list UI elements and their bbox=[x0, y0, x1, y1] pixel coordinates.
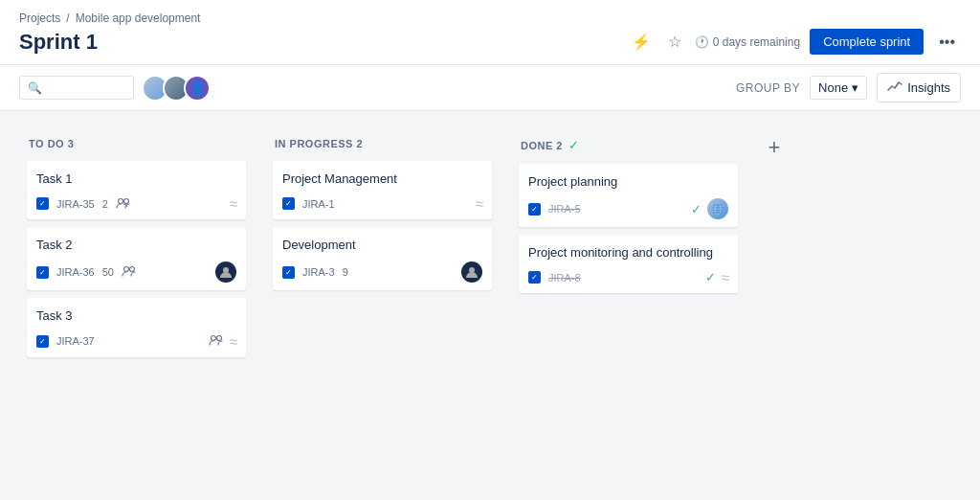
board: TO DO 3 Task 1 ✓ JIRA-35 2 bbox=[0, 111, 980, 388]
flow-icon-pm: ≈ bbox=[476, 195, 482, 212]
svg-point-5 bbox=[211, 335, 215, 340]
column-header-done: DONE 2 ✓ bbox=[519, 134, 738, 156]
card-footer-right-monitoring: ✓ ≈ bbox=[705, 269, 728, 285]
svg-point-6 bbox=[216, 335, 221, 340]
story-points-task2: 50 bbox=[102, 266, 114, 278]
people-icon-task1 bbox=[116, 196, 131, 212]
card-title-development: Development bbox=[282, 237, 482, 254]
group-by-select[interactable]: None ▾ bbox=[810, 76, 867, 100]
jira-id-monitoring: JIRA-8 bbox=[548, 272, 581, 284]
column-header-todo: TO DO 3 bbox=[27, 134, 246, 153]
card-footer-pm: ✓ JIRA-1 ≈ bbox=[282, 195, 482, 212]
card-footer-right-task2 bbox=[215, 261, 236, 283]
column-header-inprogress: IN PROGRESS 2 bbox=[273, 134, 492, 153]
clock-icon: 🕐 bbox=[695, 35, 709, 49]
card-task3[interactable]: Task 3 ✓ JIRA-37 ≈ bbox=[27, 298, 246, 356]
card-title-monitoring: Project monitoring and controlling bbox=[528, 244, 728, 261]
done-check-icon: ✓ bbox=[568, 138, 579, 152]
jira-checkbox-planning: ✓ bbox=[528, 203, 541, 216]
group-by-label: GROUP BY bbox=[736, 81, 800, 95]
card-footer-left-monitoring: ✓ JIRA-8 bbox=[528, 271, 581, 284]
days-remaining-text: 0 days remaining bbox=[713, 35, 800, 49]
card-footer-right-dev bbox=[461, 261, 482, 283]
card-footer-left-task1: ✓ JIRA-35 2 bbox=[36, 196, 131, 212]
chevron-down-icon: ▾ bbox=[852, 80, 858, 95]
jira-checkbox-pm: ✓ bbox=[282, 197, 295, 210]
page-header: Projects / Mobile app development Sprint… bbox=[0, 0, 980, 65]
star-button[interactable]: ☆ bbox=[664, 29, 685, 55]
more-options-button[interactable]: ••• bbox=[933, 30, 961, 55]
jira-checkbox-task2: ✓ bbox=[36, 266, 49, 279]
card-footer-left-task2: ✓ JIRA-36 50 bbox=[36, 264, 137, 280]
card-footer-task3: ✓ JIRA-37 ≈ bbox=[36, 333, 236, 350]
column-title-todo: TO DO 3 bbox=[29, 138, 74, 149]
jira-id-planning: JIRA-5 bbox=[548, 203, 581, 215]
breadcrumb: Projects / Mobile app development bbox=[19, 11, 961, 25]
search-icon: 🔍 bbox=[28, 81, 42, 95]
card-task1[interactable]: Task 1 ✓ JIRA-35 2 ≈ bbox=[27, 161, 246, 219]
svg-point-0 bbox=[118, 198, 122, 203]
card-project-monitoring[interactable]: Project monitoring and controlling ✓ JIR… bbox=[519, 235, 738, 293]
card-footer-dev: ✓ JIRA-3 9 bbox=[282, 261, 482, 283]
days-remaining: 🕐 0 days remaining bbox=[695, 35, 800, 49]
svg-point-2 bbox=[124, 267, 129, 272]
search-input[interactable] bbox=[48, 80, 124, 95]
people-icon-task2 bbox=[122, 264, 137, 280]
card-footer-monitoring: ✓ JIRA-8 ✓ ≈ bbox=[528, 269, 728, 285]
card-footer-left-dev: ✓ JIRA-3 9 bbox=[282, 266, 348, 279]
jira-id-task2: JIRA-36 bbox=[56, 266, 95, 278]
card-footer-right-task1: ≈ bbox=[230, 195, 236, 212]
jira-checkbox-monitoring: ✓ bbox=[528, 271, 541, 284]
avatar-group: 👤 bbox=[142, 75, 211, 102]
card-development[interactable]: Development ✓ JIRA-3 9 bbox=[273, 227, 492, 290]
card-title-task2: Task 2 bbox=[36, 237, 236, 254]
card-project-planning[interactable]: Project planning ✓ JIRA-5 ✓ bbox=[519, 164, 738, 227]
svg-point-3 bbox=[130, 267, 135, 272]
card-project-management[interactable]: Project Management ✓ JIRA-1 ≈ bbox=[273, 161, 492, 219]
card-task2[interactable]: Task 2 ✓ JIRA-36 50 bbox=[27, 227, 246, 290]
card-footer-task1: ✓ JIRA-35 2 ≈ bbox=[36, 195, 236, 212]
header-actions: ⚡ ☆ 🕐 0 days remaining Complete sprint •… bbox=[628, 29, 961, 55]
toolbar-right: GROUP BY None ▾ Insights bbox=[736, 73, 961, 102]
card-footer-planning: ✓ JIRA-5 ✓ bbox=[528, 198, 728, 219]
toolbar-left: 🔍 👤 bbox=[19, 75, 211, 102]
check-icon-planning: ✓ bbox=[691, 202, 702, 216]
insights-button[interactable]: Insights bbox=[877, 73, 961, 102]
jira-id-task3: JIRA-37 bbox=[56, 335, 95, 347]
card-title-task1: Task 1 bbox=[36, 170, 236, 188]
card-footer-right-task3: ≈ bbox=[209, 333, 236, 350]
avatar-3[interactable]: 👤 bbox=[184, 75, 211, 102]
breadcrumb-projects[interactable]: Projects bbox=[19, 11, 60, 25]
add-column-button[interactable]: + bbox=[757, 130, 791, 165]
lightning-button[interactable]: ⚡ bbox=[628, 29, 655, 55]
column-title-done: DONE 2 bbox=[521, 140, 563, 151]
flow-icon-task3: ≈ bbox=[230, 333, 236, 350]
jira-id-pm: JIRA-1 bbox=[302, 198, 335, 210]
jira-checkbox-task3: ✓ bbox=[36, 335, 49, 348]
avatar-planning bbox=[707, 198, 728, 219]
card-footer-task2: ✓ JIRA-36 50 bbox=[36, 261, 236, 283]
breadcrumb-separator: / bbox=[66, 11, 69, 25]
toolbar: 🔍 👤 GROUP BY None ▾ Insights bbox=[0, 65, 980, 111]
card-footer-left-planning: ✓ JIRA-5 bbox=[528, 203, 581, 216]
column-inprogress: IN PROGRESS 2 Project Management ✓ JIRA-… bbox=[265, 126, 500, 306]
jira-id-dev: JIRA-3 bbox=[302, 266, 335, 278]
group-by-value: None bbox=[818, 80, 848, 95]
search-box[interactable]: 🔍 bbox=[19, 76, 134, 100]
avatar-task2 bbox=[215, 261, 236, 283]
check-icon-monitoring: ✓ bbox=[705, 270, 716, 284]
flow-icon-monitoring: ≈ bbox=[722, 269, 728, 285]
insights-label: Insights bbox=[907, 80, 950, 95]
jira-checkbox-task1: ✓ bbox=[36, 197, 49, 210]
breadcrumb-project-name: Mobile app development bbox=[76, 11, 201, 25]
column-done: DONE 2 ✓ Project planning ✓ JIRA-5 ✓ bbox=[511, 126, 746, 308]
story-points-dev: 9 bbox=[343, 266, 348, 278]
complete-sprint-button[interactable]: Complete sprint bbox=[810, 29, 924, 55]
card-title-task3: Task 3 bbox=[36, 307, 236, 325]
column-title-inprogress: IN PROGRESS 2 bbox=[275, 138, 363, 149]
avatar-dev bbox=[461, 261, 482, 283]
chart-icon bbox=[887, 79, 902, 97]
column-todo: TO DO 3 Task 1 ✓ JIRA-35 2 bbox=[19, 126, 254, 373]
header-row: Sprint 1 ⚡ ☆ 🕐 0 days remaining Complete… bbox=[19, 29, 961, 64]
jira-id-task1: JIRA-35 bbox=[56, 198, 95, 210]
